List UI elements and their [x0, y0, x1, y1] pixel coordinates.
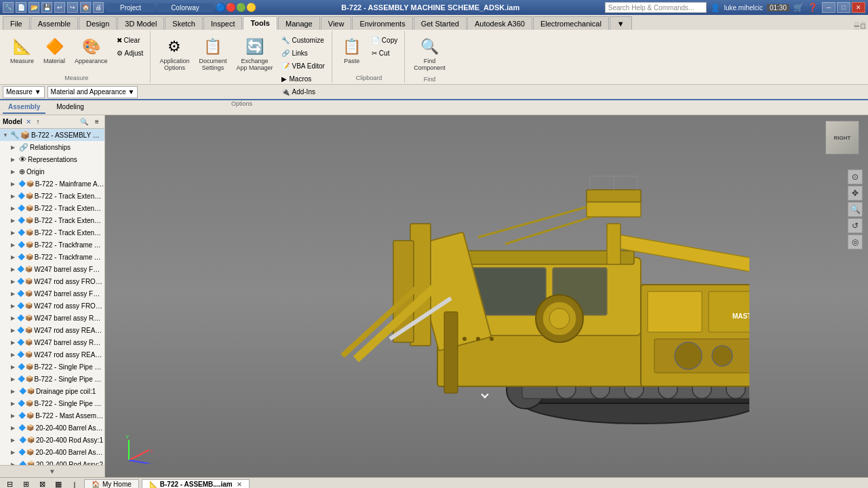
zoom-btn[interactable]: 🔍 — [848, 202, 863, 217]
zoom-extents-btn[interactable]: ⊙ — [848, 169, 863, 184]
tab-assembly-file[interactable]: 📐 B-722 - ASSEMB....iam ✕ — [142, 479, 250, 489]
tab-design[interactable]: Design — [79, 16, 117, 30]
measure-btn[interactable]: 📐 Measure — [7, 34, 37, 66]
expand-arrow-12[interactable]: ▶ — [11, 279, 16, 285]
maximize-btn[interactable]: □ — [837, 2, 850, 13]
viewcube-box[interactable]: RIGHT — [825, 121, 859, 155]
tree-item-2[interactable]: ▶👁Representations — [0, 153, 104, 165]
tree-item-0[interactable]: ▼🔧📦B-722 - ASSEMBLY MAC... — [0, 129, 104, 141]
view-btn-5[interactable]: | — [68, 479, 81, 489]
tree-item-8[interactable]: ▶🔷📦B-722 - Track Extension Ass... — [0, 226, 104, 239]
sidebar-pin[interactable]: ✕ — [26, 118, 31, 125]
tree-item-7[interactable]: ▶🔷📦B-722 - Track Extension Ass... — [0, 214, 104, 226]
tab-assemble[interactable]: Assemble — [31, 16, 78, 30]
clear-btn[interactable]: ✖ Clear — [114, 34, 146, 46]
tab-a360[interactable]: Autodesk A360 — [467, 16, 532, 30]
expand-arrow-19[interactable]: ▶ — [11, 364, 16, 370]
expand-arrow-5[interactable]: ▶ — [11, 193, 16, 199]
tree-item-9[interactable]: ▶🔷📦B-722 - Trackframe Assemb... — [0, 239, 104, 251]
expand-arrow-16[interactable]: ▶ — [11, 327, 16, 333]
app-options-btn[interactable]: ⚙ ApplicationOptions — [156, 34, 193, 73]
expand-arrow-2[interactable]: ▶ — [11, 157, 18, 163]
undo-btn[interactable]: ↩ — [54, 2, 65, 13]
measure-dropdown[interactable]: Measure ▼ — [3, 86, 45, 98]
expand-arrow-17[interactable]: ▶ — [11, 340, 16, 346]
new-btn[interactable]: 📄 — [16, 2, 26, 13]
view-btn-2[interactable]: ⊞ — [19, 479, 33, 489]
tab-electromechanical[interactable]: Electromechanical — [533, 16, 609, 30]
find-component-btn[interactable]: 🔍 FindComponent — [410, 34, 449, 73]
copy-btn[interactable]: 📄 Copy — [369, 34, 400, 46]
tree-item-25[interactable]: ▶🔷📦20-20-400 Rod Assy:1 — [0, 434, 104, 446]
project-dropdown[interactable]: Project — [106, 3, 155, 12]
view-btn-3[interactable]: ⊠ — [35, 479, 49, 489]
tree-item-21[interactable]: ▶🔷📦Drainage pipe coil:1 — [0, 385, 104, 397]
tab-view[interactable]: View — [321, 16, 352, 30]
expand-arrow-20[interactable]: ▶ — [11, 376, 16, 382]
tab-more[interactable]: ▼ — [610, 16, 632, 30]
open-btn[interactable]: 📂 — [28, 2, 39, 13]
redo-btn[interactable]: ↪ — [67, 2, 78, 13]
expand-arrow-10[interactable]: ▶ — [11, 254, 16, 260]
home-btn[interactable]: 🏠 — [80, 2, 91, 13]
tree-item-20[interactable]: ▶🔷📦B-722 - Single Pipe Reel Ass... — [0, 373, 104, 385]
tree-item-27[interactable]: ▶🔷📦20-20-400 Rod Assy:2 — [0, 458, 104, 465]
expand-arrow-25[interactable]: ▶ — [11, 437, 18, 443]
tab-file[interactable]: File — [3, 16, 30, 30]
cart-icon[interactable]: 🛒 — [793, 3, 804, 12]
tree-item-24[interactable]: ▶🔷📦20-20-400 Barrel Assy:1 — [0, 422, 104, 434]
rotate-btn[interactable]: ↺ — [848, 218, 863, 233]
exchange-btn[interactable]: 🔄 ExchangeApp Manager — [233, 34, 276, 73]
ribbon-minimize-btn[interactable]: ─ — [854, 22, 860, 30]
expand-arrow-26[interactable]: ▶ — [11, 449, 17, 455]
tab-environments[interactable]: Environments — [352, 16, 412, 30]
sidebar-search-btn[interactable]: 🔍 — [78, 117, 90, 127]
expand-arrow-21[interactable]: ▶ — [11, 388, 18, 394]
expand-arrow-22[interactable]: ▶ — [11, 401, 16, 407]
vba-editor-btn[interactable]: 📝 VBA Editor — [279, 60, 327, 72]
tree-item-22[interactable]: ▶🔷📦B-722 - Single Pipe Reel Ass... — [0, 397, 104, 409]
tab-3dmodel[interactable]: 3D Model — [117, 16, 164, 30]
macros-btn[interactable]: ▶ Macros — [279, 73, 327, 85]
view-btn-4[interactable]: ▦ — [52, 479, 65, 489]
expand-arrow-13[interactable]: ▶ — [11, 291, 16, 297]
expand-arrow-9[interactable]: ▶ — [11, 242, 16, 248]
tab-inspect[interactable]: Inspect — [203, 16, 242, 30]
ribbon-expand-btn[interactable]: □ — [861, 22, 865, 30]
tree-item-3[interactable]: ▶⊕Origin — [0, 165, 104, 178]
tree-item-19[interactable]: ▶🔷📦B-722 - Single Pipe Reel Ass... — [0, 361, 104, 373]
addins-btn[interactable]: 🔌 Add-Ins — [279, 85, 327, 98]
expand-arrow-7[interactable]: ▶ — [11, 218, 16, 224]
help-icon[interactable]: ❓ — [808, 3, 818, 12]
cut-btn[interactable]: ✂ Cut — [369, 47, 400, 59]
model-tab-assembly[interactable]: Assembly — [3, 102, 45, 114]
tree-item-10[interactable]: ▶🔷📦B-722 - Trackframe Assemb... — [0, 251, 104, 263]
tree-item-5[interactable]: ▶🔷📦B-722 - Track Extension Gu... — [0, 190, 104, 202]
tab-myhome[interactable]: 🏠 My Home — [84, 479, 139, 489]
look-at-btn[interactable]: ◎ — [848, 235, 863, 249]
color-dropdown[interactable]: Colorway — [157, 3, 213, 12]
expand-arrow-8[interactable]: ▶ — [11, 230, 16, 236]
viewport[interactable]: MASTENBROEK — [105, 115, 868, 477]
expand-arrow-6[interactable]: ▶ — [11, 205, 16, 211]
model-tab-modeling[interactable]: Modeling — [51, 102, 90, 114]
expand-arrow-4[interactable]: ▶ — [11, 181, 17, 187]
doc-settings-btn[interactable]: 📋 DocumentSettings — [195, 34, 230, 73]
adjust-btn[interactable]: ⚙ Adjust — [114, 47, 146, 59]
app-icon[interactable]: 🔧 — [3, 2, 14, 13]
appearance-btn[interactable]: 🎨 Appearance — [71, 34, 111, 66]
tree-item-13[interactable]: ▶🔷📦W247 barrel assy FRONT TR... — [0, 287, 104, 300]
tree-item-26[interactable]: ▶🔷📦20-20-400 Barrel Assy:2 — [0, 446, 104, 458]
search-box[interactable]: Search Help & Commands... — [605, 2, 707, 13]
material-btn[interactable]: 🔶 Material — [40, 34, 68, 66]
links-btn[interactable]: 🔗 Links — [279, 47, 327, 59]
print-btn[interactable]: 🖨 — [93, 2, 104, 13]
tree-item-17[interactable]: ▶🔷📦W247 barrel assy REAR TRA... — [0, 336, 104, 348]
pan-btn[interactable]: ✥ — [848, 186, 863, 201]
assembly-tab-close[interactable]: ✕ — [237, 481, 242, 488]
expand-arrow-11[interactable]: ▶ — [11, 266, 16, 272]
tree-item-15[interactable]: ▶🔷📦W247 barrel assy REAR TRA... — [0, 312, 104, 324]
expand-arrow-18[interactable]: ▶ — [11, 352, 16, 358]
paste-btn[interactable]: 📋 Paste — [338, 34, 366, 66]
tree-item-14[interactable]: ▶🔷📦W247 rod assy FRONT TRAC... — [0, 300, 104, 312]
